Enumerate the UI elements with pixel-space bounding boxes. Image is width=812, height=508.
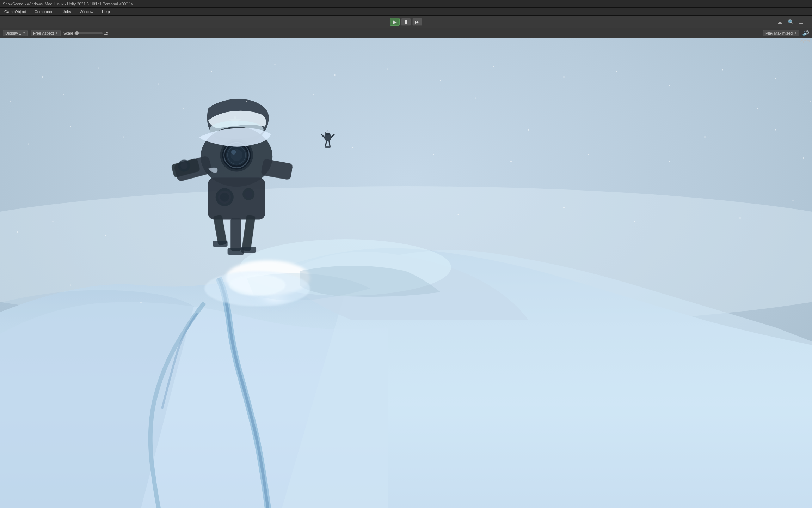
svg-point-74 (183, 108, 184, 109)
svg-point-24 (180, 162, 187, 169)
aspect-dropdown-arrow: ▼ (55, 31, 58, 35)
svg-point-65 (70, 285, 71, 286)
playback-controls: ▶ ⏸ ⏭ (390, 18, 422, 26)
snow-scene: Layers (0, 38, 812, 508)
svg-point-76 (313, 94, 314, 95)
svg-point-54 (70, 126, 71, 127)
game-toolbar-right: Play Maximized ▼ 🔊 (763, 30, 809, 36)
svg-point-41 (158, 84, 159, 85)
svg-point-73 (63, 94, 64, 95)
svg-point-79 (546, 105, 547, 105)
svg-point-62 (17, 231, 18, 233)
svg-point-47 (493, 66, 494, 67)
svg-point-71 (793, 200, 794, 201)
svg-rect-30 (230, 218, 241, 251)
svg-rect-38 (325, 146, 331, 148)
main-toolbar: ▶ ⏸ ⏭ ☁ 🔍 ☰ (0, 16, 812, 28)
svg-point-46 (440, 80, 441, 81)
title-bar: SnowScene - Windows, Mac, Linux - Unity … (0, 0, 812, 8)
svg-point-53 (28, 144, 29, 145)
svg-point-14 (231, 150, 236, 155)
svg-point-42 (211, 71, 212, 72)
svg-point-88 (803, 157, 804, 159)
svg-point-51 (722, 69, 723, 71)
search-icon[interactable]: 🔍 (787, 18, 794, 26)
svg-point-90 (229, 274, 285, 296)
svg-point-81 (757, 108, 758, 109)
game-toolbar-left: Display 1 ▼ Free Aspect ▼ Scale 1x (3, 30, 108, 36)
game-viewport: Layers (0, 38, 812, 508)
menu-help[interactable]: Help (100, 9, 111, 14)
play-maximized-button[interactable]: Play Maximized ▼ (763, 30, 799, 36)
svg-point-44 (334, 74, 336, 76)
title-text: SnowScene - Windows, Mac, Linux - Unity … (3, 2, 133, 6)
svg-point-56 (352, 147, 353, 148)
svg-point-39 (42, 76, 43, 78)
svg-point-84 (510, 161, 512, 162)
svg-point-72 (10, 101, 11, 102)
svg-point-63 (53, 221, 54, 222)
svg-point-64 (105, 235, 106, 236)
scale-control: Scale 1x (63, 31, 108, 35)
svg-point-57 (423, 137, 424, 138)
svg-point-82 (810, 101, 811, 102)
svg-point-48 (563, 76, 565, 78)
scale-label: Scale (63, 31, 73, 35)
aspect-dropdown[interactable]: Free Aspect ▼ (31, 30, 61, 36)
play-maximized-arrow: ▼ (794, 31, 797, 35)
svg-point-45 (387, 69, 388, 70)
svg-point-18 (220, 193, 229, 202)
svg-point-50 (669, 85, 670, 86)
scale-value: 1x (104, 31, 108, 35)
svg-point-69 (634, 221, 635, 222)
scene-svg (0, 38, 812, 508)
svg-point-87 (740, 165, 741, 166)
pause-button[interactable]: ⏸ (401, 18, 411, 26)
display-dropdown-arrow: ▼ (23, 31, 25, 35)
svg-point-78 (475, 98, 476, 99)
svg-point-61 (775, 129, 776, 131)
svg-point-55 (123, 137, 124, 138)
svg-point-68 (563, 207, 565, 208)
svg-point-75 (246, 101, 247, 102)
menu-jobs[interactable]: Jobs (62, 9, 73, 14)
menu-component[interactable]: Component (33, 9, 56, 14)
game-toolbar: Display 1 ▼ Free Aspect ▼ Scale 1x Play … (0, 28, 812, 38)
play-maximized-label: Play Maximized (765, 31, 793, 35)
svg-rect-27 (213, 241, 228, 247)
cloud-icon[interactable]: ☁ (776, 18, 784, 26)
aspect-label: Free Aspect (33, 31, 54, 35)
display-dropdown[interactable]: Display 1 ▼ (3, 30, 28, 36)
svg-point-49 (616, 71, 617, 72)
svg-point-40 (98, 68, 99, 69)
svg-point-52 (775, 78, 776, 79)
mute-button[interactable]: 🔊 (802, 30, 809, 36)
scale-slider-thumb (75, 31, 79, 35)
svg-point-83 (433, 154, 434, 155)
svg-point-59 (599, 144, 600, 145)
svg-point-20 (245, 190, 252, 198)
svg-line-36 (326, 141, 326, 146)
scale-slider[interactable] (74, 32, 103, 34)
svg-point-85 (588, 154, 589, 155)
svg-point-80 (652, 98, 652, 98)
svg-line-37 (329, 141, 330, 146)
svg-rect-31 (228, 248, 244, 255)
svg-point-77 (370, 108, 370, 109)
display-label: Display 1 (5, 31, 21, 35)
svg-point-58 (528, 129, 529, 131)
menu-bar: GameObject Component Jobs Window Help (0, 8, 812, 16)
svg-point-67 (458, 214, 459, 215)
menu-window[interactable]: Window (78, 9, 95, 14)
svg-point-86 (669, 161, 670, 162)
step-button[interactable]: ⏭ (412, 18, 422, 26)
svg-point-43 (275, 64, 276, 65)
layers-icon[interactable]: ☰ (797, 18, 805, 26)
svg-point-60 (704, 136, 706, 138)
menu-gameobject[interactable]: GameObject (3, 9, 27, 14)
play-button[interactable]: ▶ (390, 18, 400, 26)
layers-label[interactable]: Layers (796, 38, 812, 44)
toolbar-right: ☁ 🔍 ☰ (776, 18, 805, 26)
svg-point-70 (739, 217, 741, 219)
